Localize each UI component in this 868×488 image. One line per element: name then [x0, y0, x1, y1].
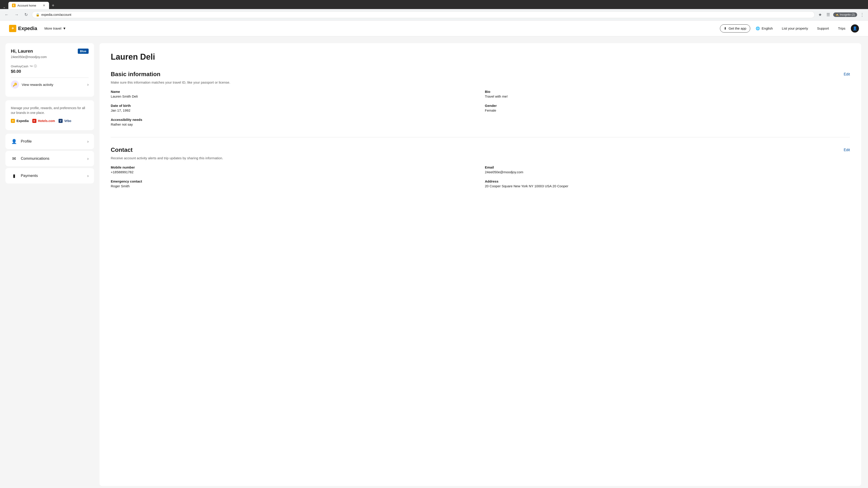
user-avatar[interactable]: 👤 — [851, 24, 859, 33]
contact-section: Contact Edit Receive account activity al… — [111, 147, 850, 188]
field-accessibility-label: Accessibility needs — [111, 118, 476, 122]
basic-info-title: Basic information — [111, 71, 160, 78]
communications-icon: ✉ — [11, 156, 17, 162]
field-mobile-value: +18588991782 — [111, 170, 476, 174]
back-btn[interactable]: ← — [3, 11, 10, 18]
rewards-link-text: View rewards activity — [22, 83, 85, 87]
more-travel-chevron: ▼ — [63, 26, 66, 30]
logo-icon: ✈ — [9, 25, 16, 32]
expedia-brand-label: Expedia — [17, 119, 29, 123]
user-email: 24ee050e@moodjoy.com — [11, 55, 47, 59]
hotels-logo-icon: H — [32, 119, 36, 123]
browser-tabs: ⌄ E Account home ✕ + — [3, 2, 865, 9]
incognito-label: Incognito (2) — [840, 13, 855, 16]
basic-info-edit-btn[interactable]: Edit — [844, 72, 850, 76]
expedia-logo[interactable]: ✈ Expedia — [9, 25, 37, 32]
tab-favicon: E — [12, 4, 16, 7]
field-dob: Date of birth Jan 17, 1992 — [111, 104, 476, 112]
tab-close-btn[interactable]: ✕ — [43, 4, 45, 7]
contact-info-grid: Mobile number +18588991782 Email 24ee050… — [111, 165, 850, 188]
basic-info-header: Basic information Edit — [111, 71, 850, 78]
forward-btn[interactable]: → — [13, 11, 20, 18]
basic-info-grid: Name Lauren Smith Deli Bio Travel with m… — [111, 90, 850, 126]
content-area: Lauren Deli Basic information Edit Make … — [99, 43, 861, 486]
support-label: Support — [817, 26, 829, 30]
communications-arrow-icon: › — [87, 156, 89, 161]
expedia-logo-icon: ✈ — [11, 119, 15, 123]
tm-symbol: TM — [30, 65, 33, 67]
field-emergency: Emergency contact Roger Smith — [111, 180, 476, 188]
onekeycash-label: OneKeyCashTM ⓘ — [11, 64, 89, 68]
browser-tab-active[interactable]: E Account home ✕ — [8, 2, 49, 9]
more-travel-btn[interactable]: More travel ▼ — [41, 25, 69, 32]
expedia-brand: ✈ Expedia — [11, 119, 29, 123]
payments-icon: ▮ — [11, 173, 17, 179]
hotels-brand: H Hotels.com — [32, 119, 55, 123]
field-address-value: 20 Cooper Square New York NY 10003 USA 2… — [485, 184, 850, 188]
field-email-value: 24ee050e@moodjoy.com — [485, 170, 850, 174]
support-btn[interactable]: Support — [813, 25, 833, 32]
incognito-icon: 🕵 — [835, 13, 839, 16]
info-icon[interactable]: ⓘ — [34, 64, 37, 68]
field-dob-value: Jan 17, 1992 — [111, 108, 476, 112]
user-info-card: Hi, Lauren 24ee050e@moodjoy.com Blue One… — [5, 43, 94, 97]
field-email: Email 24ee050e@moodjoy.com — [485, 165, 850, 174]
vrbo-brand: V Vrbo — [59, 119, 71, 123]
rewards-arrow-icon: › — [87, 82, 89, 87]
browser-menu-btn[interactable]: ⋮ — [859, 11, 865, 18]
user-greeting: Hi, Lauren — [11, 48, 47, 54]
rewards-row[interactable]: 🔑 View rewards activity › — [11, 77, 89, 91]
sidebar-toggle-btn[interactable]: ☰ — [825, 11, 831, 19]
address-bar[interactable]: 🔒 expedia.com/account — [32, 11, 815, 18]
basic-info-section: Basic information Edit Make sure this in… — [111, 71, 850, 126]
sidebar-item-profile[interactable]: 👤 Profile › — [5, 134, 94, 149]
tab-expand-btn[interactable]: ⌄ — [3, 5, 6, 9]
get-app-btn[interactable]: ⬇ Get the app — [720, 24, 750, 33]
toolbar-actions: ★ ☰ 🕵 Incognito (2) ⋮ — [817, 11, 865, 19]
contact-header: Contact Edit — [111, 147, 850, 153]
field-address: Address 20 Cooper Square New York NY 100… — [485, 180, 850, 188]
bookmark-btn[interactable]: ★ — [817, 11, 823, 19]
field-gender-value: Female — [485, 108, 850, 112]
rewards-icon: 🔑 — [11, 80, 19, 89]
language-btn[interactable]: 🌐 English — [752, 25, 776, 32]
trips-btn[interactable]: Trips — [834, 25, 849, 32]
tab-title: Account home — [18, 4, 36, 7]
brand-logos: ✈ Expedia H Hotels.com V Vrbo — [11, 119, 89, 123]
list-property-btn[interactable]: List your property — [778, 25, 812, 32]
sidebar-item-payments[interactable]: ▮ Payments › — [5, 168, 94, 184]
field-emergency-label: Emergency contact — [111, 180, 476, 183]
communications-label: Communications — [21, 156, 84, 161]
site-header: ✈ Expedia More travel ▼ ⬇ Get the app 🌐 … — [0, 21, 868, 36]
url-text: expedia.com/account — [41, 13, 71, 17]
field-address-label: Address — [485, 180, 850, 183]
hotels-brand-label: Hotels.com — [38, 119, 55, 123]
payments-label: Payments — [21, 173, 84, 178]
vrbo-brand-label: Vrbo — [64, 119, 71, 123]
profile-label: Profile — [21, 139, 84, 144]
browser-toolbar: ← → ↻ 🔒 expedia.com/account ★ ☰ 🕵 Incogn… — [0, 9, 868, 21]
new-tab-btn[interactable]: + — [50, 2, 56, 9]
trips-label: Trips — [838, 26, 845, 30]
vrbo-logo-icon: V — [59, 119, 63, 123]
refresh-btn[interactable]: ↻ — [23, 11, 30, 18]
browser-chrome: ⌄ E Account home ✕ + — [0, 0, 868, 9]
field-accessibility-value: Rather not say — [111, 123, 476, 126]
sidebar: Hi, Lauren 24ee050e@moodjoy.com Blue One… — [0, 36, 99, 488]
contact-edit-btn[interactable]: Edit — [844, 148, 850, 152]
tier-badge: Blue — [78, 48, 89, 54]
globe-icon: 🌐 — [756, 26, 760, 31]
sidebar-nav: 👤 Profile › ✉ Communications › ▮ Payment… — [5, 134, 94, 184]
download-icon: ⬇ — [724, 26, 727, 31]
field-gender: Gender Female — [485, 104, 850, 112]
language-label: English — [762, 26, 773, 30]
incognito-badge: 🕵 Incognito (2) — [833, 12, 857, 17]
contact-subtitle: Receive account activity alerts and trip… — [111, 156, 850, 160]
field-emergency-value: Roger Smith — [111, 184, 476, 188]
field-mobile-label: Mobile number — [111, 165, 476, 169]
section-divider — [111, 137, 850, 137]
field-name-label: Name — [111, 90, 476, 94]
manage-text: Manage your profile, rewards, and prefer… — [11, 106, 89, 115]
field-bio-value: Travel with me! — [485, 94, 850, 98]
sidebar-item-communications[interactable]: ✉ Communications › — [5, 151, 94, 166]
